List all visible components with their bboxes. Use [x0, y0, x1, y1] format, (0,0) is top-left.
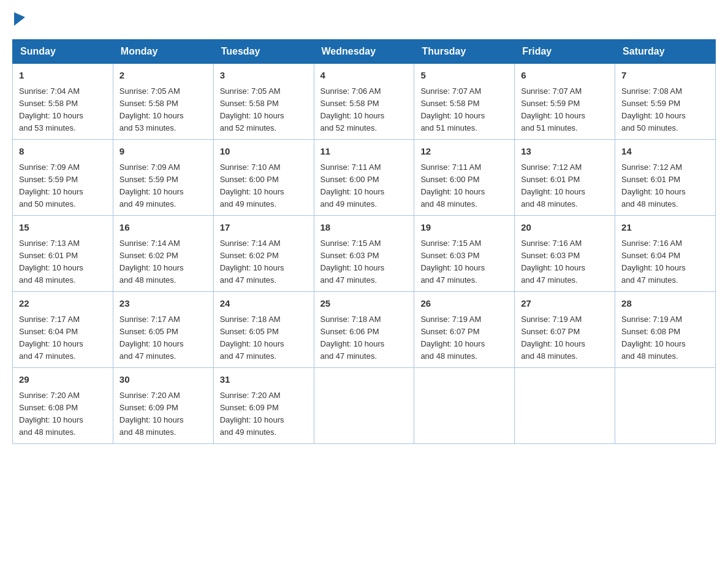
day-number: 26 — [420, 297, 508, 311]
calendar-cell: 3 Sunrise: 7:05 AMSunset: 5:58 PMDayligh… — [213, 64, 314, 140]
day-number: 29 — [19, 373, 107, 387]
day-number: 9 — [119, 145, 207, 159]
calendar-cell: 28 Sunrise: 7:19 AMSunset: 6:08 PMDaylig… — [615, 292, 716, 368]
calendar-cell: 21 Sunrise: 7:16 AMSunset: 6:04 PMDaylig… — [615, 216, 716, 292]
calendar-cell: 24 Sunrise: 7:18 AMSunset: 6:05 PMDaylig… — [213, 292, 314, 368]
week-row-2: 15 Sunrise: 7:13 AMSunset: 6:01 PMDaylig… — [13, 216, 716, 292]
day-info: Sunrise: 7:19 AMSunset: 6:08 PMDaylight:… — [621, 315, 686, 361]
day-info: Sunrise: 7:19 AMSunset: 6:07 PMDaylight:… — [521, 315, 585, 361]
header-row: SundayMondayTuesdayWednesdayThursdayFrid… — [13, 40, 716, 64]
day-info: Sunrise: 7:13 AMSunset: 6:01 PMDaylight:… — [19, 239, 83, 285]
day-info: Sunrise: 7:14 AMSunset: 6:02 PMDaylight:… — [220, 239, 284, 285]
day-number: 1 — [19, 69, 107, 83]
calendar-cell: 25 Sunrise: 7:18 AMSunset: 6:06 PMDaylig… — [314, 292, 414, 368]
logo — [12, 12, 28, 27]
calendar-cell: 19 Sunrise: 7:15 AMSunset: 6:03 PMDaylig… — [414, 216, 515, 292]
day-info: Sunrise: 7:16 AMSunset: 6:04 PMDaylight:… — [621, 239, 686, 285]
day-number: 25 — [320, 297, 408, 311]
day-number: 12 — [420, 145, 508, 159]
day-number: 19 — [420, 221, 508, 235]
day-number: 30 — [119, 373, 207, 387]
day-number: 11 — [320, 145, 408, 159]
calendar-cell: 30 Sunrise: 7:20 AMSunset: 6:09 PMDaylig… — [113, 368, 213, 444]
day-number: 10 — [220, 145, 308, 159]
week-row-3: 22 Sunrise: 7:17 AMSunset: 6:04 PMDaylig… — [13, 292, 716, 368]
day-number: 13 — [521, 145, 609, 159]
day-info: Sunrise: 7:11 AMSunset: 6:00 PMDaylight:… — [320, 163, 385, 209]
day-number: 24 — [220, 297, 308, 311]
day-info: Sunrise: 7:18 AMSunset: 6:06 PMDaylight:… — [320, 315, 385, 361]
header-saturday: Saturday — [615, 40, 716, 64]
calendar-cell: 18 Sunrise: 7:15 AMSunset: 6:03 PMDaylig… — [314, 216, 414, 292]
calendar-cell: 6 Sunrise: 7:07 AMSunset: 5:59 PMDayligh… — [515, 64, 615, 140]
calendar-header: SundayMondayTuesdayWednesdayThursdayFrid… — [13, 40, 716, 64]
calendar-cell: 27 Sunrise: 7:19 AMSunset: 6:07 PMDaylig… — [515, 292, 615, 368]
day-info: Sunrise: 7:15 AMSunset: 6:03 PMDaylight:… — [420, 239, 485, 285]
calendar-cell — [615, 368, 716, 444]
day-number: 15 — [19, 221, 107, 235]
calendar-cell: 17 Sunrise: 7:14 AMSunset: 6:02 PMDaylig… — [213, 216, 314, 292]
header-friday: Friday — [515, 40, 615, 64]
day-info: Sunrise: 7:05 AMSunset: 5:58 PMDaylight:… — [119, 86, 184, 132]
calendar-cell: 12 Sunrise: 7:11 AMSunset: 6:00 PMDaylig… — [414, 140, 515, 216]
calendar-table: SundayMondayTuesdayWednesdayThursdayFrid… — [12, 39, 716, 444]
day-info: Sunrise: 7:08 AMSunset: 5:59 PMDaylight:… — [621, 86, 686, 132]
day-info: Sunrise: 7:07 AMSunset: 5:59 PMDaylight:… — [521, 86, 585, 132]
day-number: 17 — [220, 221, 308, 235]
calendar-body: 1 Sunrise: 7:04 AMSunset: 5:58 PMDayligh… — [13, 64, 716, 444]
day-info: Sunrise: 7:20 AMSunset: 6:08 PMDaylight:… — [19, 391, 83, 437]
day-number: 2 — [119, 69, 207, 83]
calendar-cell — [515, 368, 615, 444]
calendar-cell: 2 Sunrise: 7:05 AMSunset: 5:58 PMDayligh… — [113, 64, 213, 140]
calendar-cell: 8 Sunrise: 7:09 AMSunset: 5:59 PMDayligh… — [13, 140, 113, 216]
day-number: 4 — [320, 69, 408, 83]
day-info: Sunrise: 7:15 AMSunset: 6:03 PMDaylight:… — [320, 239, 385, 285]
day-number: 21 — [621, 221, 709, 235]
day-number: 7 — [621, 69, 709, 83]
week-row-1: 8 Sunrise: 7:09 AMSunset: 5:59 PMDayligh… — [13, 140, 716, 216]
day-info: Sunrise: 7:06 AMSunset: 5:58 PMDaylight:… — [320, 86, 385, 132]
svg-marker-0 — [14, 12, 25, 26]
week-row-4: 29 Sunrise: 7:20 AMSunset: 6:08 PMDaylig… — [13, 368, 716, 444]
header-tuesday: Tuesday — [213, 40, 314, 64]
day-info: Sunrise: 7:04 AMSunset: 5:58 PMDaylight:… — [19, 86, 83, 132]
calendar-cell: 16 Sunrise: 7:14 AMSunset: 6:02 PMDaylig… — [113, 216, 213, 292]
day-number: 18 — [320, 221, 408, 235]
day-info: Sunrise: 7:20 AMSunset: 6:09 PMDaylight:… — [220, 391, 284, 437]
calendar-cell — [414, 368, 515, 444]
header-monday: Monday — [113, 40, 213, 64]
calendar-cell: 23 Sunrise: 7:17 AMSunset: 6:05 PMDaylig… — [113, 292, 213, 368]
header-thursday: Thursday — [414, 40, 515, 64]
day-info: Sunrise: 7:20 AMSunset: 6:09 PMDaylight:… — [119, 391, 184, 437]
day-number: 6 — [521, 69, 609, 83]
calendar-cell: 1 Sunrise: 7:04 AMSunset: 5:58 PMDayligh… — [13, 64, 113, 140]
day-info: Sunrise: 7:19 AMSunset: 6:07 PMDaylight:… — [420, 315, 485, 361]
day-number: 3 — [220, 69, 308, 83]
day-info: Sunrise: 7:09 AMSunset: 5:59 PMDaylight:… — [19, 163, 83, 209]
calendar-cell: 9 Sunrise: 7:09 AMSunset: 5:59 PMDayligh… — [113, 140, 213, 216]
calendar-cell: 13 Sunrise: 7:12 AMSunset: 6:01 PMDaylig… — [515, 140, 615, 216]
day-number: 31 — [220, 373, 308, 387]
header-wednesday: Wednesday — [314, 40, 414, 64]
day-number: 20 — [521, 221, 609, 235]
calendar-cell — [314, 368, 414, 444]
calendar-cell: 22 Sunrise: 7:17 AMSunset: 6:04 PMDaylig… — [13, 292, 113, 368]
calendar-cell: 20 Sunrise: 7:16 AMSunset: 6:03 PMDaylig… — [515, 216, 615, 292]
day-info: Sunrise: 7:07 AMSunset: 5:58 PMDaylight:… — [420, 86, 485, 132]
day-info: Sunrise: 7:10 AMSunset: 6:00 PMDaylight:… — [220, 163, 284, 209]
day-info: Sunrise: 7:16 AMSunset: 6:03 PMDaylight:… — [521, 239, 585, 285]
day-info: Sunrise: 7:05 AMSunset: 5:58 PMDaylight:… — [220, 86, 284, 132]
header-sunday: Sunday — [13, 40, 113, 64]
calendar-cell: 14 Sunrise: 7:12 AMSunset: 6:01 PMDaylig… — [615, 140, 716, 216]
calendar-cell: 4 Sunrise: 7:06 AMSunset: 5:58 PMDayligh… — [314, 64, 414, 140]
calendar-cell: 11 Sunrise: 7:11 AMSunset: 6:00 PMDaylig… — [314, 140, 414, 216]
calendar-cell: 10 Sunrise: 7:10 AMSunset: 6:00 PMDaylig… — [213, 140, 314, 216]
day-number: 27 — [521, 297, 609, 311]
calendar-cell: 15 Sunrise: 7:13 AMSunset: 6:01 PMDaylig… — [13, 216, 113, 292]
day-info: Sunrise: 7:17 AMSunset: 6:04 PMDaylight:… — [19, 315, 83, 361]
day-number: 23 — [119, 297, 207, 311]
day-number: 14 — [621, 145, 709, 159]
day-number: 22 — [19, 297, 107, 311]
calendar-cell: 31 Sunrise: 7:20 AMSunset: 6:09 PMDaylig… — [213, 368, 314, 444]
day-number: 16 — [119, 221, 207, 235]
